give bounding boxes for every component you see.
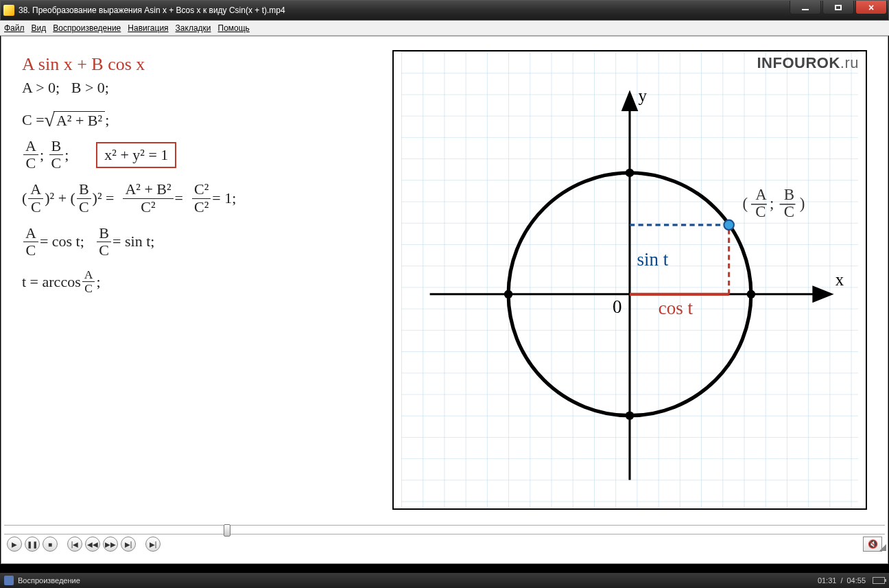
cond-b: B > 0; (71, 79, 109, 97)
frac-c2c2: C² C² (192, 181, 211, 215)
menu-view[interactable]: Вид (32, 23, 47, 33)
rewind-button[interactable]: ◀◀ (85, 537, 100, 552)
svg-point-4 (747, 290, 755, 298)
formula-expand: ( A C )² + ( B C )² = A² + B² C² = C² C²… (22, 181, 379, 215)
next-track-button[interactable]: ▶| (121, 537, 136, 552)
frac-a-c: A C (23, 138, 38, 172)
menu-file[interactable]: Файл (4, 23, 25, 33)
seek-thumb[interactable] (224, 524, 230, 537)
status-icon (4, 576, 14, 585)
video-frame: A sin x + B cos x A > 0; B > 0; C = √ A²… (1, 36, 888, 517)
step-frame-button[interactable]: ▶| (145, 537, 161, 552)
unit-circle-diagram: x y 0 cos t sin (394, 51, 866, 508)
graph-panel: INFOUROK.ru x y (392, 50, 867, 510)
close-button[interactable]: × (855, 1, 887, 14)
time-total: 04:55 (846, 576, 866, 585)
forward-button[interactable]: ▶▶ (103, 537, 118, 552)
svg-text:;: ; (770, 195, 774, 212)
pause-button[interactable]: ❚❚ (25, 537, 40, 552)
prev-track-button[interactable]: |◀ (67, 537, 82, 552)
svg-point-1 (626, 169, 634, 177)
svg-text:A: A (755, 186, 767, 203)
frac-sum: A² + B² C² (123, 181, 173, 215)
frac-a-c4: A C (82, 268, 95, 296)
battery-icon (873, 577, 885, 584)
formula-conditions: A > 0; B > 0; (22, 79, 379, 97)
frac-b-c3: B C (97, 225, 111, 259)
menu-bookmarks[interactable]: Закладки (176, 23, 211, 33)
status-label: Воспроизведение (18, 576, 80, 585)
formulas-panel: A sin x + B cos x A > 0; B > 0; C = √ A²… (22, 50, 379, 510)
resize-grip-icon[interactable] (877, 541, 886, 551)
play-button[interactable]: ▶ (7, 537, 22, 552)
c-eq-label: C = (22, 111, 45, 129)
window-title: 38. Преобразование выражения Asin x + Bc… (19, 5, 285, 15)
circle-point (724, 220, 734, 231)
cond-a: A > 0; (22, 79, 60, 97)
formula-fractions: A C ; B C ; x² + y² = 1 (22, 138, 379, 172)
formula-arccos: t = arccos A C ; (22, 268, 379, 296)
frac-b-c: B C (49, 138, 64, 172)
logo: INFOUROK.ru (757, 54, 859, 72)
minimize-button[interactable] (790, 1, 821, 14)
statusbar: Воспроизведение 01:31 / 04:55 (0, 573, 889, 588)
cos-label: cos t (659, 298, 694, 318)
stop-button[interactable]: ■ (43, 537, 58, 552)
origin-label: 0 (613, 296, 622, 317)
formula-cos-sin: A C = cos t; B C = sin t; (22, 225, 379, 259)
titlebar: 38. Преобразование выражения Asin x + Bc… (0, 0, 889, 21)
svg-text:C: C (755, 203, 766, 220)
playback-controls: ▶ ❚❚ ■ |◀ ◀◀ ▶▶ ▶| ▶| 🔇 (4, 536, 885, 552)
svg-text:): ) (800, 195, 805, 212)
seek-slider[interactable] (4, 525, 885, 534)
app-icon (3, 5, 14, 16)
time-sep: / (840, 576, 842, 585)
svg-text:B: B (784, 186, 794, 203)
frac-a-c3: A C (23, 225, 38, 259)
svg-point-2 (626, 411, 634, 419)
y-axis-label: y (638, 86, 647, 105)
formula-title: A sin x + B cos x (22, 54, 379, 75)
frac-b-c2: B C (77, 181, 91, 215)
menu-navigation[interactable]: Навигация (128, 23, 168, 33)
time-current: 01:31 (818, 576, 837, 585)
menu-playback[interactable]: Воспроизведение (53, 23, 121, 33)
menubar: Файл Вид Воспроизведение Навигация Закла… (0, 21, 889, 36)
boxed-formula: x² + y² = 1 (96, 142, 176, 168)
svg-text:C: C (784, 203, 794, 220)
window-button-group: × (790, 1, 887, 14)
frac-a-c2: A C (28, 181, 43, 215)
svg-text:(: ( (742, 195, 748, 212)
maximize-button[interactable] (822, 1, 854, 14)
x-axis-label: x (835, 270, 844, 289)
semi: ; (105, 111, 109, 129)
formula-c: C = √ A² + B² ; (22, 109, 379, 131)
svg-point-3 (504, 290, 512, 298)
sin-label: sin t (637, 249, 668, 270)
video-area: A sin x + B cos x A > 0; B > 0; C = √ A²… (1, 36, 888, 564)
c-radicand: A² + B² (54, 111, 105, 130)
menu-help[interactable]: Помощь (218, 23, 250, 33)
